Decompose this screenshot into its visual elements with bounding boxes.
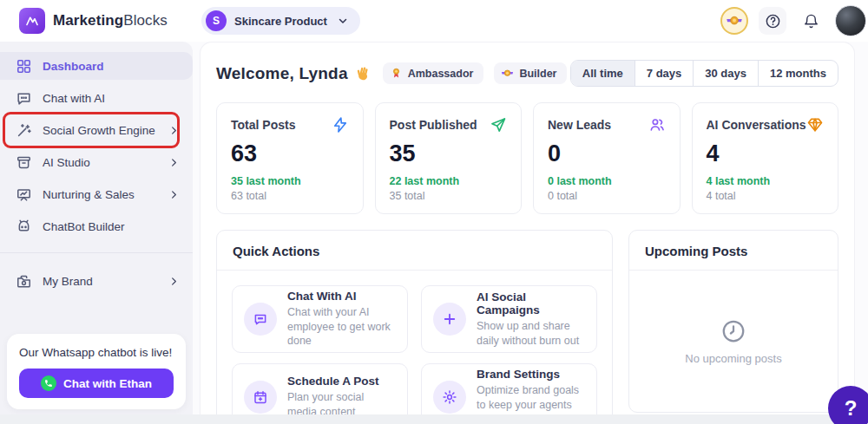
sidebar-item-dashboard[interactable]: Dashboard xyxy=(0,52,193,80)
upcoming-posts-empty-state: No upcoming posts xyxy=(629,271,838,412)
chevron-right-icon xyxy=(169,277,179,286)
stats-row: Total Posts 63 35 last month 63 total Po… xyxy=(216,102,838,214)
bolt-icon xyxy=(332,116,349,134)
page-body: Dashboard Chat with AI Social Growth Eng… xyxy=(0,42,868,414)
sidebar-item-my-brand[interactable]: My Brand xyxy=(0,267,193,295)
send-icon xyxy=(490,116,507,134)
sidebar-item-nurturing-sales[interactable]: Nurturing & Sales xyxy=(0,180,193,208)
whatsapp-promo-card: Our Whatsapp chatbot is live! Chat with … xyxy=(7,334,186,409)
stat-total: 35 total xyxy=(390,190,508,202)
sidebar: Dashboard Chat with AI Social Growth Eng… xyxy=(0,42,193,414)
welcome-text: Welcome, Lynda xyxy=(216,64,348,83)
badge-label: Ambassador xyxy=(408,68,474,80)
empty-state-text: No upcoming posts xyxy=(685,352,781,365)
action-schedule-a-post[interactable]: Schedule A Post Plan your social media c… xyxy=(232,363,408,414)
chevron-right-icon xyxy=(169,126,179,135)
lower-panels: Quick Actions Chat With AI Chat with you… xyxy=(216,230,838,414)
filter-30-days[interactable]: 30 days xyxy=(693,61,758,86)
workspace-selector[interactable]: S Skincare Product xyxy=(201,7,360,35)
plus-icon xyxy=(433,303,466,336)
sidebar-item-social-growth-engine[interactable]: Social Growth Engine xyxy=(0,116,193,144)
brand-name-light: Blocks xyxy=(123,12,168,29)
upcoming-posts-title: Upcoming Posts xyxy=(629,231,838,271)
quick-actions-grid: Chat With AI Chat with your AI employee … xyxy=(217,271,612,414)
action-chat-with-ai[interactable]: Chat With AI Chat with your AI employee … xyxy=(232,285,408,353)
sidebar-item-chatbot-builder[interactable]: ChatBot Builder xyxy=(0,212,193,240)
stat-total: 63 total xyxy=(231,190,349,202)
stat-last-month: 4 last month xyxy=(707,175,825,187)
action-ai-social-campaigns[interactable]: AI Social Campaigns Show up and share da… xyxy=(421,285,597,353)
calendar-plus-icon xyxy=(244,381,277,414)
robot-icon xyxy=(16,219,32,235)
action-description: Show up and share daily without burn out xyxy=(477,319,585,349)
filter-7-days[interactable]: 7 days xyxy=(635,61,693,86)
brand-name-bold: Marketing xyxy=(53,12,123,29)
chevron-right-icon xyxy=(169,190,179,199)
presentation-chart-icon xyxy=(16,186,32,203)
quick-actions-panel: Quick Actions Chat With AI Chat with you… xyxy=(216,230,613,414)
stat-value: 4 xyxy=(707,140,825,167)
badge-ambassador: Ambassador xyxy=(383,62,484,84)
action-brand-settings[interactable]: Brand Settings Optimize brand goals to k… xyxy=(421,363,597,414)
gem-icon xyxy=(806,116,824,134)
stat-value: 63 xyxy=(231,140,349,167)
support-chat-widget[interactable]: ? xyxy=(828,386,868,424)
badge-builder: Builder xyxy=(494,62,567,84)
sidebar-item-label: Chat with AI xyxy=(43,92,105,105)
rosette-medal-icon xyxy=(390,67,403,80)
action-description: Plan your social media content xyxy=(287,390,396,414)
chat-with-ethan-label: Chat with Ethan xyxy=(63,377,152,390)
chat-with-ethan-button[interactable]: Chat with Ethan xyxy=(19,369,174,398)
sidebar-item-label: Nurturing & Sales xyxy=(43,188,135,201)
marketingblocks-logo-icon xyxy=(19,8,45,34)
support-chat-label: ? xyxy=(845,396,858,421)
sidebar-item-label: My Brand xyxy=(43,275,93,288)
clock-icon xyxy=(720,318,746,344)
sidebar-item-label: Social Growth Engine xyxy=(43,124,155,137)
workspace-name: Skincare Product xyxy=(234,15,327,28)
stat-value: 35 xyxy=(390,140,508,167)
stat-label: Total Posts xyxy=(231,118,295,132)
bell-icon xyxy=(803,13,819,29)
app-window: MarketingBlocks S Skincare Product xyxy=(0,0,868,424)
sidebar-item-chat-with-ai[interactable]: Chat with AI xyxy=(0,84,193,112)
notifications-button[interactable] xyxy=(797,7,825,35)
filter-12-months[interactable]: 12 months xyxy=(758,61,838,86)
topbar-actions xyxy=(720,5,868,36)
user-avatar[interactable] xyxy=(835,5,866,36)
action-description: Optimize brand goals to keep your agents… xyxy=(477,383,585,414)
sidebar-item-label: AI Studio xyxy=(43,156,90,169)
rewards-button[interactable] xyxy=(720,7,748,35)
stat-label: Post Published xyxy=(390,118,477,132)
magic-wand-icon xyxy=(16,122,32,139)
upcoming-posts-panel: Upcoming Posts No upcoming posts xyxy=(628,230,838,413)
users-icon xyxy=(648,116,666,134)
badge-label: Builder xyxy=(519,68,556,80)
workspace-avatar: S xyxy=(206,10,227,31)
quick-actions-title: Quick Actions xyxy=(217,231,612,271)
topbar: MarketingBlocks S Skincare Product xyxy=(0,0,868,42)
sidebar-item-label: Dashboard xyxy=(43,60,104,73)
chevron-down-icon xyxy=(338,16,348,26)
stat-card-ai-conversations: AI Conversations 4 4 last month 4 total xyxy=(692,102,839,214)
medal-icon xyxy=(726,12,743,29)
action-title: Brand Settings xyxy=(477,368,585,381)
whatsapp-promo-text: Our Whatsapp chatbot is live! xyxy=(19,346,174,359)
stat-card-total-posts: Total Posts 63 35 last month 63 total xyxy=(216,102,364,214)
whatsapp-icon xyxy=(41,375,56,391)
action-title: Schedule A Post xyxy=(287,375,396,388)
stat-card-new-leads: New Leads 0 0 last month 0 total xyxy=(533,102,681,214)
action-description: Chat with your AI employee to get work d… xyxy=(287,305,396,349)
action-title: AI Social Campaigns xyxy=(477,290,585,316)
chevron-right-icon xyxy=(169,158,179,167)
stat-value: 0 xyxy=(548,140,666,167)
filter-all-time[interactable]: All time xyxy=(571,61,635,86)
sidebar-item-ai-studio[interactable]: AI Studio xyxy=(0,148,193,176)
stat-last-month: 35 last month xyxy=(231,175,349,187)
help-button[interactable] xyxy=(759,7,786,35)
page-title: Welcome, Lynda xyxy=(216,64,372,83)
chat-bubble-icon xyxy=(16,90,32,107)
stat-total: 4 total xyxy=(707,190,825,202)
bottom-strip xyxy=(0,414,868,424)
brand: MarketingBlocks xyxy=(0,8,193,34)
